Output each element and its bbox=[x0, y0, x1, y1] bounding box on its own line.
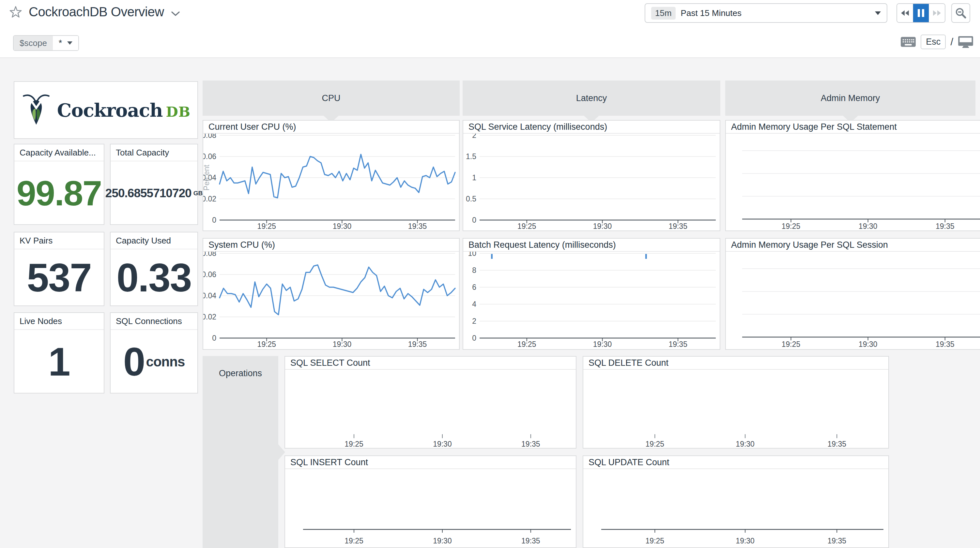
chart-batch-request-latency[interactable]: Batch Request Latency (milliseconds) 108… bbox=[463, 238, 720, 350]
chart-title: SQL INSERT Count bbox=[285, 456, 576, 469]
svg-text:2: 2 bbox=[472, 317, 476, 326]
stat-card-kv-pairs[interactable]: KV Pairs 537 bbox=[14, 232, 104, 306]
svg-text:19:30: 19:30 bbox=[333, 340, 352, 348]
slash-separator: / bbox=[950, 36, 953, 48]
group-header-admin-memory[interactable]: Admin Memory bbox=[725, 81, 975, 116]
keyboard-icon[interactable] bbox=[900, 37, 916, 47]
svg-text:19:35: 19:35 bbox=[827, 440, 846, 448]
fast-forward-icon bbox=[932, 10, 942, 17]
chart-plot[interactable]: 19:2519:3019:35 bbox=[726, 133, 980, 230]
svg-text:19:25: 19:25 bbox=[646, 537, 665, 545]
tv-mode-icon[interactable] bbox=[958, 36, 974, 48]
stat-value: 99.87 bbox=[14, 162, 104, 224]
esc-key-hint[interactable]: Esc bbox=[921, 35, 946, 49]
group-header-latency[interactable]: Latency bbox=[463, 81, 720, 116]
stat-title: Live Nodes bbox=[14, 313, 104, 330]
chart-title: SQL DELETE Count bbox=[583, 357, 888, 370]
stat-unit: conns bbox=[146, 354, 185, 370]
stat-card-capacity-used[interactable]: Capacity Used 0.33 bbox=[110, 232, 198, 306]
chart-current-user-cpu[interactable]: Current User CPU (%) 0.080.060.040.02019… bbox=[203, 120, 460, 231]
stat-value: 0.33 bbox=[111, 250, 197, 305]
svg-text:19:35: 19:35 bbox=[408, 340, 427, 348]
group-header-operations[interactable]: Operations bbox=[203, 356, 278, 548]
group-header-cpu[interactable]: CPU bbox=[203, 81, 460, 116]
chart-title: Admin Memory Usage Per SQL Statement bbox=[726, 121, 980, 133]
stat-title: KV Pairs bbox=[14, 232, 104, 249]
svg-text:19:30: 19:30 bbox=[859, 222, 878, 230]
svg-text:0.04: 0.04 bbox=[203, 291, 216, 300]
chart-plot[interactable]: 21.510.5019:2519:3019:35 bbox=[463, 133, 720, 230]
chart-plot[interactable]: 0.080.060.040.02019:2519:3019:35 bbox=[203, 252, 459, 349]
chart-sql-service-latency[interactable]: SQL Service Latency (milliseconds) 21.51… bbox=[463, 120, 720, 231]
svg-text:19:30: 19:30 bbox=[736, 537, 754, 545]
chart-plot[interactable]: 0.080.060.040.02019:2519:3019:35Percent bbox=[203, 133, 459, 230]
stat-card-live-nodes[interactable]: Live Nodes 1 bbox=[14, 312, 104, 394]
svg-text:0.06: 0.06 bbox=[203, 270, 216, 279]
time-range-label: Past 15 Minutes bbox=[681, 8, 875, 18]
star-icon[interactable] bbox=[9, 6, 22, 18]
chart-sql-update-count[interactable]: SQL UPDATE Count 19:2519:3019:35 bbox=[583, 456, 889, 548]
rewind-button[interactable] bbox=[897, 4, 913, 22]
stat-title: Total Capacity bbox=[111, 145, 197, 161]
stat-card-total-capacity[interactable]: Total Capacity 250.6855710720GB bbox=[110, 144, 198, 225]
zoom-out-button[interactable] bbox=[951, 3, 970, 23]
svg-text:0.5: 0.5 bbox=[466, 195, 476, 203]
svg-text:19:30: 19:30 bbox=[433, 537, 452, 545]
stat-card-sql-connections[interactable]: SQL Connections 0conns bbox=[110, 312, 198, 394]
chart-system-cpu[interactable]: System CPU (%) 0.080.060.040.02019:2519:… bbox=[203, 238, 460, 350]
stat-card-capacity-available[interactable]: Capacity Available... 99.87 bbox=[14, 144, 104, 225]
chart-plot[interactable]: 108642019:2519:3019:35 bbox=[463, 252, 720, 349]
svg-text:19:30: 19:30 bbox=[736, 440, 754, 448]
pause-icon bbox=[918, 9, 924, 17]
chart-sql-insert-count[interactable]: SQL INSERT Count 19:2519:3019:35 bbox=[285, 456, 576, 548]
svg-text:0.02: 0.02 bbox=[203, 195, 216, 203]
svg-text:0: 0 bbox=[212, 216, 216, 224]
zoom-out-icon bbox=[955, 8, 966, 19]
svg-text:19:35: 19:35 bbox=[827, 537, 846, 545]
chart-plot[interactable]: 19:2519:3019:35 bbox=[583, 370, 888, 448]
svg-text:10: 10 bbox=[468, 252, 476, 257]
svg-text:2: 2 bbox=[472, 133, 476, 140]
title-chevron-down-icon[interactable] bbox=[170, 11, 180, 17]
chart-plot[interactable]: 19:2519:3019:35 bbox=[285, 370, 576, 448]
svg-text:19:25: 19:25 bbox=[782, 340, 800, 348]
svg-text:Percent: Percent bbox=[203, 165, 211, 191]
svg-text:19:35: 19:35 bbox=[668, 222, 687, 230]
playback-controls bbox=[896, 3, 945, 23]
fast-forward-button[interactable] bbox=[929, 4, 945, 22]
chart-plot[interactable]: 19:2519:3019:35 bbox=[726, 252, 980, 349]
stat-unit: GB bbox=[194, 190, 203, 197]
logo-brand-text: Cockroach bbox=[57, 99, 163, 121]
time-range-badge: 15m bbox=[651, 7, 676, 19]
page-title: CockroachDB Overview bbox=[29, 5, 164, 19]
svg-text:19:25: 19:25 bbox=[345, 440, 363, 448]
chart-plot[interactable]: 19:2519:3019:35 bbox=[285, 469, 576, 547]
svg-text:0.06: 0.06 bbox=[203, 152, 216, 161]
chart-sql-select-count[interactable]: SQL SELECT Count 19:2519:3019:35 bbox=[285, 356, 576, 449]
svg-text:19:25: 19:25 bbox=[646, 440, 665, 448]
svg-text:19:30: 19:30 bbox=[433, 440, 452, 448]
stat-title: Capacity Available... bbox=[14, 145, 104, 161]
chart-admin-memory-per-sql-session[interactable]: Admin Memory Usage Per SQL Session 19:25… bbox=[725, 238, 980, 350]
svg-text:19:25: 19:25 bbox=[258, 222, 276, 230]
svg-text:19:25: 19:25 bbox=[258, 340, 276, 348]
pause-button[interactable] bbox=[913, 4, 929, 22]
chart-title: Admin Memory Usage Per SQL Session bbox=[726, 238, 980, 252]
chart-admin-memory-per-sql-statement[interactable]: Admin Memory Usage Per SQL Statement 19:… bbox=[725, 120, 980, 231]
logo-suffix-text: DB bbox=[166, 104, 191, 120]
chart-plot[interactable]: 19:2519:3019:35 bbox=[583, 469, 888, 547]
svg-text:19:30: 19:30 bbox=[593, 340, 612, 348]
svg-text:19:30: 19:30 bbox=[593, 222, 612, 230]
chart-title: System CPU (%) bbox=[203, 238, 459, 252]
svg-text:0: 0 bbox=[212, 334, 216, 342]
svg-text:19:35: 19:35 bbox=[521, 440, 540, 448]
scope-template-selector[interactable]: $scope * bbox=[13, 35, 79, 51]
svg-text:19:35: 19:35 bbox=[408, 222, 427, 230]
chart-title: SQL UPDATE Count bbox=[583, 456, 888, 469]
svg-text:19:25: 19:25 bbox=[345, 537, 363, 545]
time-range-selector[interactable]: 15m Past 15 Minutes bbox=[644, 3, 887, 23]
svg-text:19:25: 19:25 bbox=[517, 340, 536, 348]
group-label: Operations bbox=[203, 356, 278, 378]
rewind-icon bbox=[900, 10, 910, 17]
chart-sql-delete-count[interactable]: SQL DELETE Count 19:2519:3019:35 bbox=[583, 356, 889, 449]
